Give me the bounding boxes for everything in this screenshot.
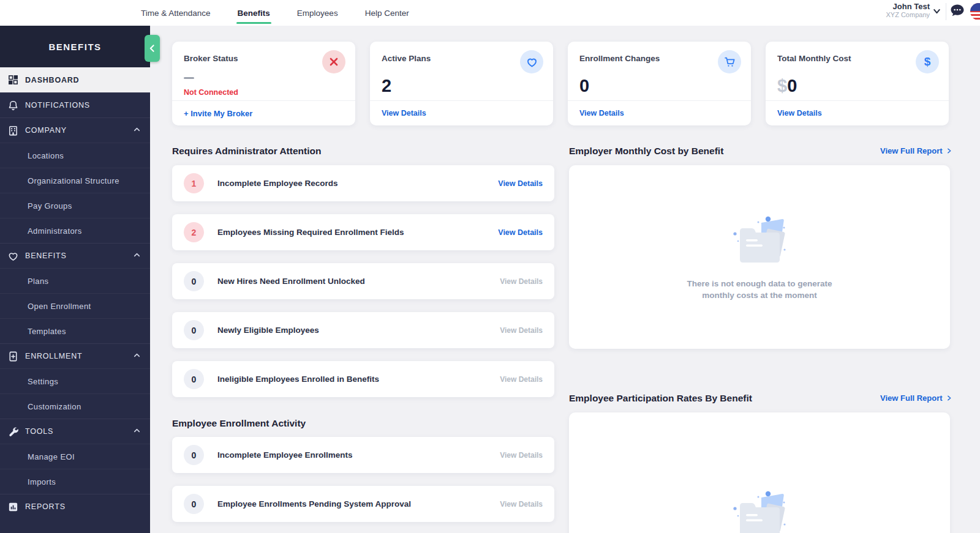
view-details-link[interactable]: View Details: [579, 109, 624, 117]
monthly-cost-heading: Employer Monthly Cost by Benefit: [569, 146, 723, 157]
sidebar-item-enrollment[interactable]: ENROLLMENT: [0, 343, 150, 368]
sidebar-item-templates[interactable]: Templates: [0, 318, 150, 343]
sidebar-item-label: BENEFITS: [25, 252, 132, 260]
building-icon: [7, 125, 19, 136]
sidebar-item-label: Settings: [28, 377, 141, 386]
document-plus-icon: [7, 351, 19, 362]
broker-status-text: Not Connected: [184, 88, 238, 97]
view-details-link[interactable]: View Details: [500, 277, 543, 286]
empty-state-line1: There is not enough data to generate: [662, 278, 858, 289]
view-details-link[interactable]: View Details: [498, 179, 543, 188]
nav-divider: [946, 3, 946, 20]
active-plans-card: Active Plans 2 View Details: [370, 42, 553, 125]
view-full-report-link[interactable]: View Full Report: [880, 393, 952, 403]
activity-heading: Employee Enrollment Activity: [172, 418, 306, 429]
broker-dash: [184, 77, 194, 79]
sidebar-header: BENEFITS: [0, 26, 150, 67]
chat-icon[interactable]: [949, 2, 966, 20]
nav-tab-employees[interactable]: Employees: [297, 6, 338, 20]
sidebar-item-open-enrollment[interactable]: Open Enrollment: [0, 293, 150, 318]
count-badge: 0: [184, 369, 204, 389]
dashboard-icon: [7, 74, 19, 86]
sidebar-item-label: Imports: [28, 477, 141, 486]
total-monthly-cost-card: Total Monthly Cost $ $0 View Details: [766, 42, 949, 125]
list-item-label: Incomplete Employee Enrollments: [217, 450, 500, 460]
card-title: Total Monthly Cost: [777, 54, 851, 63]
card-title: Broker Status: [184, 54, 238, 63]
view-details-link[interactable]: View Details: [382, 109, 426, 117]
list-item-incomplete-employee-enrollments: 0 Incomplete Employee Enrollments View D…: [172, 437, 554, 473]
view-details-link[interactable]: View Details: [777, 109, 822, 117]
list-item-label: Employees Missing Required Enrollment Fi…: [217, 228, 498, 237]
sidebar-item-locations[interactable]: Locations: [0, 143, 150, 168]
sidebar-item-customization[interactable]: Customization: [0, 393, 150, 419]
enrollment-changes-card: Enrollment Changes 0 View Details: [568, 42, 751, 125]
count-badge: 1: [184, 173, 204, 193]
view-details-link[interactable]: View Details: [500, 500, 543, 509]
user-name: John Test: [886, 2, 930, 11]
sidebar-item-administrators[interactable]: Administrators: [0, 218, 150, 243]
chevron-down-icon[interactable]: [932, 6, 942, 19]
sidebar-title: BENEFITS: [48, 42, 101, 52]
heart-icon: [520, 50, 543, 73]
nav-tab-benefits[interactable]: Benefits: [238, 6, 270, 20]
view-details-link[interactable]: View Details: [500, 375, 543, 384]
language-flag-icon[interactable]: [970, 3, 980, 20]
view-details-link[interactable]: View Details: [500, 451, 543, 460]
sidebar-item-label: REPORTS: [25, 502, 141, 511]
view-details-link[interactable]: View Details: [498, 228, 543, 237]
nav-tab-time-attendance[interactable]: Time & Attendance: [141, 6, 211, 20]
sidebar-item-benefits[interactable]: BENEFITS: [0, 243, 150, 268]
sidebar-item-label: DASHBOARD: [25, 76, 141, 84]
card-footer: View Details: [568, 100, 751, 125]
user-company: XYZ Company: [886, 11, 930, 19]
list-item-label: Ineligible Employees Enrolled in Benefit…: [217, 375, 500, 384]
sidebar-item-label: Manage EOI: [28, 452, 141, 461]
sidebar: BENEFITS DASHBOARD NOTIFICATIONS: [0, 26, 150, 533]
sidebar-item-label: Templates: [28, 327, 141, 336]
sidebar-item-plans[interactable]: Plans: [0, 268, 150, 293]
sidebar-item-tools[interactable]: TOOLS: [0, 419, 150, 444]
user-menu[interactable]: John Test XYZ Company: [886, 2, 930, 19]
list-item-ineligible-employees-enrolled: 0 Ineligible Employees Enrolled in Benef…: [172, 361, 554, 397]
sidebar-item-imports[interactable]: Imports: [0, 469, 150, 494]
card-title: Active Plans: [382, 54, 431, 63]
bar-chart-icon: [7, 501, 19, 513]
list-item-label: Newly Eligible Employees: [217, 326, 500, 335]
sidebar-item-dashboard[interactable]: DASHBOARD: [0, 67, 150, 92]
chevron-right-icon: [946, 395, 952, 401]
list-item-label: New Hires Need Enrollment Unlocked: [217, 277, 500, 286]
flag-canton: [970, 3, 980, 11]
count-badge: 0: [184, 320, 204, 340]
sidebar-item-notifications[interactable]: NOTIFICATIONS: [0, 92, 150, 117]
list-item-missing-enrollment-fields: 2 Employees Missing Required Enrollment …: [172, 214, 554, 250]
nav-tab-help-center[interactable]: Help Center: [365, 6, 409, 20]
sidebar-collapse-button[interactable]: [145, 35, 160, 62]
broker-status-card: Broker Status Not Connected + Invite My …: [172, 42, 355, 125]
chevron-up-icon[interactable]: [132, 351, 141, 362]
chevron-up-icon[interactable]: [132, 250, 141, 262]
card-footer: View Details: [370, 100, 553, 125]
sidebar-item-settings[interactable]: Settings: [0, 368, 150, 393]
view-full-report-link[interactable]: View Full Report: [880, 146, 952, 155]
chevron-up-icon[interactable]: [132, 125, 141, 136]
sidebar-item-company[interactable]: COMPANY: [0, 117, 150, 143]
view-details-link[interactable]: View Details: [500, 326, 543, 335]
chevron-up-icon[interactable]: [132, 426, 141, 438]
list-item-new-hires-enrollment-unlocked: 0 New Hires Need Enrollment Unlocked Vie…: [172, 263, 554, 299]
sidebar-menu: DASHBOARD NOTIFICATIONS COMPANY: [0, 67, 150, 519]
heart-icon: [7, 250, 19, 262]
invite-my-broker-link[interactable]: + Invite My Broker: [184, 109, 252, 118]
sidebar-item-manage-eoi[interactable]: Manage EOI: [0, 444, 150, 469]
sidebar-item-organizational-structure[interactable]: Organizational Structure: [0, 168, 150, 193]
sidebar-item-reports[interactable]: REPORTS: [0, 494, 150, 519]
count-badge: 0: [184, 494, 204, 514]
wrench-icon: [7, 426, 19, 438]
list-item-enrollments-pending-system-approval: 0 Employee Enrollments Pending System Ap…: [172, 486, 554, 522]
sidebar-item-pay-groups[interactable]: Pay Groups: [0, 193, 150, 218]
card-value: 0: [579, 76, 589, 96]
sidebar-item-label: COMPANY: [25, 126, 132, 135]
empty-folder-illustration: [728, 213, 791, 264]
sidebar-item-label: Open Enrollment: [28, 302, 141, 311]
sidebar-item-label: Administrators: [28, 226, 141, 236]
